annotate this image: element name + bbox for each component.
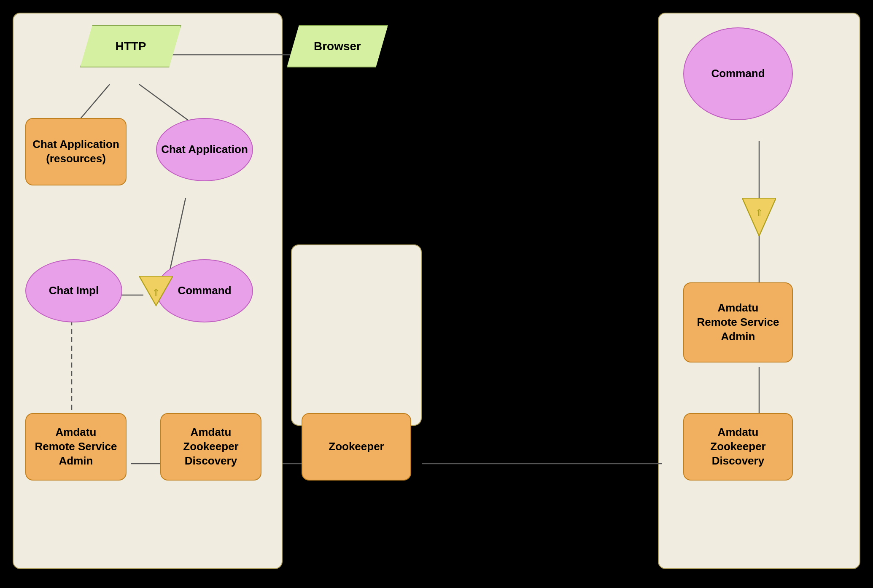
- amdatu-zoo-left-label: Amdatu Zookeeper Discovery: [183, 425, 239, 468]
- zookeeper-shape: Zookeeper: [302, 413, 411, 481]
- browser-shape: Browser: [287, 25, 388, 67]
- chat-application-shape: Chat Application: [156, 118, 253, 181]
- chat-app-resources-shape: Chat Application (resources): [25, 118, 127, 185]
- svg-text:⇑: ⇑: [152, 287, 160, 298]
- amdatu-zoo-right-shape: Amdatu Zookeeper Discovery: [683, 413, 793, 481]
- http-shape: HTTP: [80, 25, 181, 67]
- amdatu-remote-admin-right-shape: Amdatu Remote Service Admin: [683, 282, 793, 362]
- command-left-label: Command: [178, 284, 231, 298]
- amdatu-zoo-right-label: Amdatu Zookeeper Discovery: [710, 425, 766, 468]
- interface-triangle-left: ⇑: [139, 276, 173, 310]
- chat-impl-shape: Chat Impl: [25, 259, 122, 322]
- interface-triangle-right: ⇑: [742, 198, 776, 236]
- browser-label: Browser: [314, 39, 361, 54]
- chat-impl-label: Chat Impl: [49, 284, 99, 298]
- amdatu-zoo-left-shape: Amdatu Zookeeper Discovery: [160, 413, 261, 481]
- middle-panel: [291, 244, 422, 426]
- chat-app-resources-label: Chat Application (resources): [32, 137, 119, 166]
- amdatu-remote-admin-left-shape: Amdatu Remote Service Admin: [25, 413, 127, 481]
- zookeeper-label: Zookeeper: [329, 440, 384, 454]
- http-label: HTTP: [115, 39, 146, 54]
- command-right-label: Command: [711, 67, 765, 81]
- command-right-shape: Command: [683, 27, 793, 120]
- amdatu-remote-admin-left-label: Amdatu Remote Service Admin: [35, 425, 117, 468]
- amdatu-remote-admin-right-label: Amdatu Remote Service Admin: [697, 301, 779, 344]
- svg-text:⇑: ⇑: [755, 207, 763, 218]
- chat-application-label: Chat Application: [161, 142, 248, 157]
